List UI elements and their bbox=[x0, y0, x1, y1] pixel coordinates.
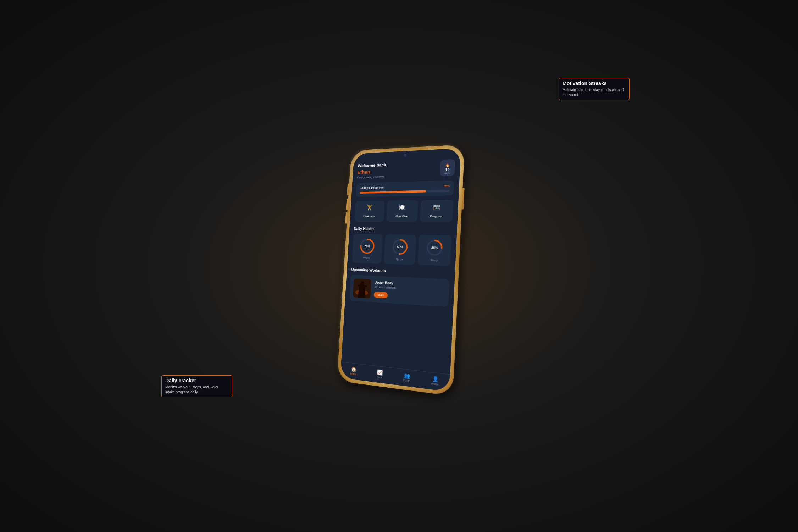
streak-number: 12 bbox=[443, 167, 452, 172]
welcome-line1: Welcome back, bbox=[358, 162, 388, 168]
sleep-circle-svg bbox=[425, 239, 444, 257]
svg-rect-3 bbox=[360, 285, 365, 291]
water-circle: 75% bbox=[359, 238, 376, 255]
progress-label-card: Progress bbox=[430, 215, 442, 218]
home-icon: 🏠 bbox=[351, 366, 356, 372]
workout-card-upper-body[interactable]: Upper Body 45 mins · Strength Start bbox=[349, 275, 449, 307]
start-workout-button[interactable]: Start bbox=[373, 292, 388, 299]
svg-rect-4 bbox=[357, 285, 360, 286]
nav-item-track[interactable]: 📈 Track bbox=[366, 368, 393, 380]
welcome-subtitle: Keep pushing your limits! bbox=[357, 175, 387, 179]
water-percentage: 75% bbox=[364, 245, 370, 248]
nav-item-coach[interactable]: 👥 Coach bbox=[393, 371, 421, 383]
meal-plan-icon: 🍽️ bbox=[389, 204, 416, 211]
progress-header: Today's Progress 75% bbox=[360, 184, 450, 190]
annotation-streaks-text: Maintain streaks to stay consistent and … bbox=[563, 88, 626, 98]
progress-section: Today's Progress 75% bbox=[356, 181, 454, 197]
workout-info: Upper Body 45 mins · Strength Start bbox=[373, 281, 445, 302]
streak-label: days bbox=[443, 172, 452, 174]
sleep-circle-bg bbox=[427, 240, 442, 255]
steps-percentage: 50% bbox=[397, 245, 403, 249]
daily-habits-title: Daily Habits bbox=[354, 227, 452, 232]
meal-plan-label: Meal Plan bbox=[395, 215, 408, 218]
workout-silhouette bbox=[353, 278, 372, 298]
sleep-percentage: 25% bbox=[431, 246, 438, 250]
main-scene: Motivation Streaks Maintain streaks to s… bbox=[151, 35, 647, 497]
habit-card-water[interactable]: 75% Water bbox=[352, 234, 383, 264]
user-name: Ethan bbox=[357, 168, 387, 176]
action-card-meal-plan[interactable]: 🍽️ Meal Plan bbox=[386, 200, 418, 222]
progress-bar-bg bbox=[360, 190, 449, 194]
sleep-circle-fill bbox=[427, 240, 442, 255]
progress-icon: 📷 bbox=[422, 204, 451, 211]
sleep-label: Sleep bbox=[430, 259, 438, 262]
annotation-streaks-title: Motivation Streaks bbox=[563, 81, 626, 86]
streak-fire-icon: 🔥 bbox=[445, 163, 450, 167]
action-card-progress[interactable]: 📷 Progress bbox=[420, 200, 454, 222]
svg-rect-5 bbox=[365, 285, 367, 287]
upcoming-workouts-title: Upcoming Workouts bbox=[351, 267, 450, 276]
sleep-circle: 25% bbox=[425, 239, 444, 257]
progress-label: Today's Progress bbox=[360, 186, 384, 190]
steps-circle: 50% bbox=[391, 238, 409, 256]
progress-percentage: 75% bbox=[443, 184, 450, 188]
workouts-icon: 🏋️ bbox=[357, 204, 383, 211]
annotation-motivation-streaks: Motivation Streaks Maintain streaks to s… bbox=[559, 78, 630, 100]
track-icon: 📈 bbox=[377, 369, 383, 376]
profile-icon: 👤 bbox=[432, 376, 438, 382]
welcome-block: Welcome back, Ethan Keep pushing your li… bbox=[357, 162, 388, 179]
bottom-navigation: 🏠 Home 📈 Track 👥 Coach 👤 Profile bbox=[340, 362, 450, 392]
nav-item-home[interactable]: 🏠 Home bbox=[340, 365, 367, 377]
workout-thumbnail bbox=[353, 278, 372, 298]
habits-row: 75% Water 50% bbox=[352, 234, 452, 266]
screen-content[interactable]: Welcome back, Ethan Keep pushing your li… bbox=[341, 155, 461, 374]
habit-card-steps[interactable]: 50% Steps bbox=[384, 234, 416, 265]
water-label: Water bbox=[363, 256, 370, 260]
quick-actions: 🏋️ Workouts 🍽️ Meal Plan 📷 Progress bbox=[354, 200, 454, 222]
annotation-tracker-title: Daily Tracker bbox=[165, 378, 228, 383]
action-card-workouts[interactable]: 🏋️ Workouts bbox=[354, 201, 385, 222]
workout-meta: 45 mins · Strength bbox=[374, 286, 445, 293]
workout-thumb-image bbox=[353, 278, 372, 298]
coach-icon: 👥 bbox=[404, 372, 410, 379]
camera-dot bbox=[404, 154, 406, 157]
profile-nav-label: Profile bbox=[431, 382, 439, 386]
progress-bar-fill bbox=[360, 190, 426, 194]
phone-screen: Welcome back, Ethan Keep pushing your li… bbox=[340, 148, 461, 392]
streak-badge[interactable]: 🔥 12 days bbox=[439, 159, 455, 177]
home-nav-label: Home bbox=[350, 372, 356, 376]
annotation-tracker-text: Monitor workout, steps, and water intake… bbox=[165, 385, 228, 395]
steps-label: Steps bbox=[396, 257, 403, 261]
welcome-text: Welcome back, Ethan bbox=[357, 162, 388, 176]
nav-item-profile[interactable]: 👤 Profile bbox=[421, 374, 450, 387]
phone-shell: Welcome back, Ethan Keep pushing your li… bbox=[337, 144, 465, 396]
app-header: Welcome back, Ethan Keep pushing your li… bbox=[357, 159, 455, 179]
workouts-label: Workouts bbox=[363, 215, 375, 218]
svg-rect-6 bbox=[360, 291, 362, 296]
coach-nav-label: Coach bbox=[403, 379, 410, 382]
annotation-daily-tracker: Daily Tracker Monitor workout, steps, an… bbox=[161, 375, 232, 397]
phone-device: Welcome back, Ethan Keep pushing your li… bbox=[337, 144, 465, 396]
svg-rect-7 bbox=[362, 291, 364, 296]
track-nav-label: Track bbox=[376, 376, 382, 379]
habit-card-sleep[interactable]: 25% Sleep bbox=[417, 235, 451, 266]
